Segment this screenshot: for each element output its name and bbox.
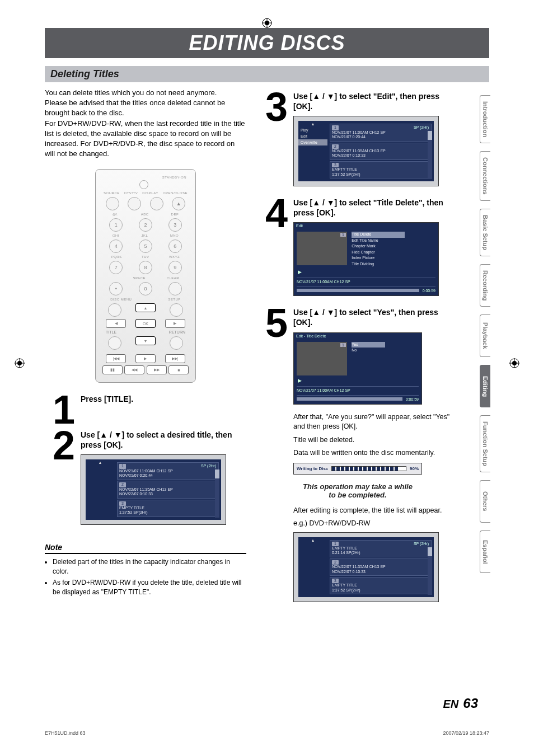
remote-label: MNO bbox=[170, 234, 179, 237]
tab-recording[interactable]: Recording bbox=[480, 264, 490, 307]
intro-line: For DVD+RW/DVD-RW, when the last recorde… bbox=[45, 119, 246, 159]
mode-badge: SP (2Hr) bbox=[414, 542, 429, 546]
title-info: EMPTY TITLE bbox=[332, 167, 357, 171]
remote-label: SPACE bbox=[133, 276, 146, 280]
osd-edit-options: Edit 1 Title Delete Edit Title Name Chap… bbox=[293, 222, 439, 296]
body-text: After editing is complete, the title lis… bbox=[293, 506, 459, 516]
remote-label: @!. bbox=[113, 213, 119, 216]
osd-info: NOV/21/07 11:00AM CH12 SP bbox=[297, 280, 350, 284]
page-title: EDITING DISCS bbox=[45, 28, 489, 58]
title-info: NOV/21/07 0:20:44 bbox=[119, 473, 153, 477]
title-info: NOV/21/07 0:20:44 bbox=[332, 135, 366, 139]
osd-header: Edit - Title Delete bbox=[296, 334, 326, 338]
manual-page: Introduction Connections Basic Setup Rec… bbox=[0, 0, 534, 756]
remote-button: 7 bbox=[109, 261, 123, 274]
osd-result-list: ▲ 1SP (2Hr)EMPTY TITLE0:21:14 SP(2Hr) 2N… bbox=[293, 532, 439, 603]
right-column: 3 Use [▲ / ▼] to select "Edit", then pre… bbox=[257, 88, 459, 610]
edit-option: Title Dividing bbox=[352, 261, 405, 267]
registration-mark-icon bbox=[262, 18, 272, 28]
registration-mark-icon bbox=[15, 358, 25, 368]
section-tabs: Introduction Connections Basic Setup Rec… bbox=[480, 95, 490, 573]
prev-track-icon: |◀◀ bbox=[106, 354, 126, 363]
progress-label: Writing to Disc bbox=[297, 466, 328, 471]
title-info: EMPTY TITLE bbox=[332, 546, 357, 550]
remote-label: SETUP bbox=[168, 298, 181, 301]
tab-function-setup[interactable]: Function Setup bbox=[480, 415, 490, 472]
note-item: Deleted part of the titles in the capaci… bbox=[53, 557, 246, 576]
step-5: 5 Use [▲ / ▼] to select "Yes", then pres… bbox=[257, 307, 459, 610]
osd-confirm-delete: Edit - Title Delete 1 Yes No ▶ NOV/21/07… bbox=[293, 332, 422, 405]
scrollbar[interactable] bbox=[428, 547, 432, 595]
play-icon: ▶ bbox=[298, 269, 435, 275]
step-4: 4 Use [▲ / ▼] to select "Title Delete", … bbox=[257, 198, 459, 304]
title-info: NOV/22/07 11:35AM CH13 EP bbox=[119, 487, 173, 491]
tab-basic-setup[interactable]: Basic Setup bbox=[480, 209, 490, 256]
step-heading: Use [▲ / ▼] to select "Title Delete", th… bbox=[293, 198, 459, 218]
edit-option: Edit Title Name bbox=[352, 238, 405, 244]
edit-option: Title Delete bbox=[352, 232, 405, 238]
remote-illustration: STANDBY-ON SOURCE DTV/TV DISPLAY OPEN/CL… bbox=[95, 169, 196, 383]
left-arrow-icon: ◀ bbox=[106, 319, 126, 328]
confirm-no: No bbox=[352, 348, 385, 354]
title-info: EMPTY TITLE bbox=[332, 583, 357, 587]
remote-button bbox=[128, 197, 141, 210]
remote-button bbox=[168, 282, 182, 295]
title-info: 0:21:14 SP(2Hr) bbox=[332, 551, 360, 555]
svg-point-3 bbox=[265, 21, 269, 25]
up-arrow-icon: ▲ bbox=[298, 537, 327, 543]
menu-item-edit: Edit bbox=[298, 133, 327, 139]
remote-button: 8 bbox=[139, 261, 152, 274]
ok-button: OK bbox=[135, 319, 156, 328]
remote-label: ABC bbox=[141, 213, 149, 216]
next-track-icon: ▶▶| bbox=[165, 354, 185, 363]
body-text: e.g.) DVD+RW/DVD-RW bbox=[293, 519, 459, 529]
tab-editing[interactable]: Editing bbox=[480, 365, 490, 407]
scrollbar[interactable] bbox=[215, 469, 219, 518]
remote-label: DTV/TV bbox=[124, 191, 138, 195]
body-text: After that, "Are you sure?" will appear,… bbox=[293, 412, 459, 432]
remote-label: GHI bbox=[113, 234, 119, 237]
preview-thumbnail: 1 bbox=[297, 342, 347, 375]
tab-connections[interactable]: Connections bbox=[480, 151, 490, 201]
remote-button bbox=[150, 197, 163, 210]
progress-bar: Writing to Disc 90% bbox=[293, 463, 422, 475]
edit-option: Index Picture bbox=[352, 255, 405, 261]
preview-thumbnail: 1 bbox=[297, 232, 347, 265]
forward-icon: ▶▶ bbox=[147, 365, 167, 374]
play-icon: ▶ bbox=[135, 354, 156, 363]
intro-line: Please be advised that the titles once d… bbox=[45, 98, 246, 118]
intro-line: You can delete titles which you do not n… bbox=[45, 88, 246, 98]
lang-code: EN bbox=[443, 698, 459, 710]
remote-label: JKL bbox=[141, 234, 148, 237]
menu-item-play: Play bbox=[298, 127, 327, 133]
page-number: 63 bbox=[463, 696, 478, 711]
remote-button bbox=[108, 303, 121, 317]
title-info: NOV/22/07 0:10:33 bbox=[119, 492, 153, 496]
step-heading: Use [▲ / ▼] to select "Yes", then press … bbox=[293, 307, 459, 327]
tab-espanol[interactable]: Español bbox=[480, 530, 490, 573]
remote-label: CLEAR bbox=[167, 276, 180, 280]
up-arrow-icon: ▲ bbox=[298, 121, 327, 127]
step-heading: Press [TITLE]. bbox=[81, 394, 246, 404]
up-arrow-icon: ▲ bbox=[86, 459, 115, 466]
title-info: 1:37:52 SP(2Hr) bbox=[332, 172, 360, 176]
timecode: 0:00:59 bbox=[423, 289, 435, 293]
step-heading: Use [▲ / ▼] to select a desired title, t… bbox=[81, 430, 246, 450]
progress-percent: 90% bbox=[410, 466, 419, 471]
tab-introduction[interactable]: Introduction bbox=[480, 95, 490, 143]
title-info: NOV/21/07 11:00AM CH12 SP bbox=[119, 469, 173, 473]
tab-playback[interactable]: Playback bbox=[480, 314, 490, 357]
step-2: 2 Use [▲ / ▼] to select a desired title,… bbox=[45, 430, 246, 533]
body-text: Data will be written onto the disc momen… bbox=[293, 448, 459, 458]
content-columns: You can delete titles which you do not n… bbox=[45, 88, 489, 610]
eject-icon: ▲ bbox=[172, 197, 185, 210]
step-number: 2 bbox=[45, 430, 75, 533]
step-number: 4 bbox=[257, 198, 288, 304]
play-icon: ▶ bbox=[298, 378, 419, 383]
scrollbar[interactable] bbox=[428, 131, 432, 179]
tab-others[interactable]: Others bbox=[480, 480, 490, 523]
step-number: 5 bbox=[257, 307, 288, 610]
remote-button: 3 bbox=[168, 218, 182, 232]
callout-text: This operation may take a while to be co… bbox=[293, 479, 422, 503]
left-column: You can delete titles which you do not n… bbox=[45, 88, 246, 610]
